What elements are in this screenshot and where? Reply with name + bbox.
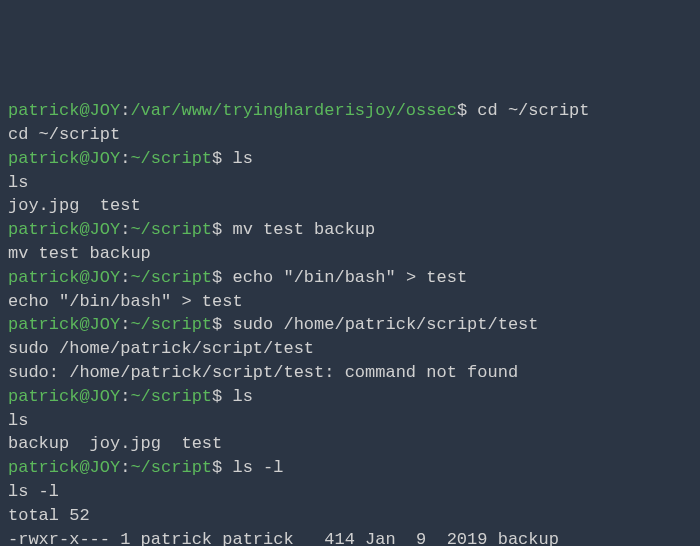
- terminal-line: total 52: [8, 504, 692, 528]
- prompt-separator: :: [120, 315, 130, 334]
- terminal-line: patrick@JOY:~/script$ echo "/bin/bash" >…: [8, 266, 692, 290]
- output-text: ls: [8, 173, 28, 192]
- prompt-separator: :: [120, 101, 130, 120]
- prompt-path: ~/script: [130, 458, 212, 477]
- prompt-path: /var/www/tryingharderisjoy/ossec: [130, 101, 456, 120]
- output-text: -rwxr-x--- 1 patrick patrick 414 Jan 9 2…: [8, 530, 559, 546]
- output-text: cd ~/script: [8, 125, 120, 144]
- output-text: joy.jpg test: [8, 196, 141, 215]
- output-text: ls: [8, 411, 28, 430]
- terminal-line: ls: [8, 409, 692, 433]
- terminal-line: ls -l: [8, 480, 692, 504]
- prompt-user-host: patrick@JOY: [8, 149, 120, 168]
- output-text: backup joy.jpg test: [8, 434, 222, 453]
- command-text: sudo /home/patrick/script/test: [232, 315, 538, 334]
- prompt-symbol: $: [212, 149, 232, 168]
- prompt-separator: :: [120, 387, 130, 406]
- prompt-symbol: $: [212, 268, 232, 287]
- output-text: sudo: /home/patrick/script/test: command…: [8, 363, 518, 382]
- terminal-line: mv test backup: [8, 242, 692, 266]
- terminal-line: patrick@JOY:~/script$ sudo /home/patrick…: [8, 313, 692, 337]
- output-text: echo "/bin/bash" > test: [8, 292, 243, 311]
- prompt-path: ~/script: [130, 149, 212, 168]
- terminal-line: patrick@JOY:/var/www/tryingharderisjoy/o…: [8, 99, 692, 123]
- prompt-user-host: patrick@JOY: [8, 268, 120, 287]
- terminal-line: backup joy.jpg test: [8, 432, 692, 456]
- prompt-symbol: $: [457, 101, 477, 120]
- output-text: sudo /home/patrick/script/test: [8, 339, 314, 358]
- terminal-line: echo "/bin/bash" > test: [8, 290, 692, 314]
- prompt-symbol: $: [212, 387, 232, 406]
- prompt-separator: :: [120, 149, 130, 168]
- terminal-line: patrick@JOY:~/script$ mv test backup: [8, 218, 692, 242]
- terminal-line: sudo: /home/patrick/script/test: command…: [8, 361, 692, 385]
- terminal-line: sudo /home/patrick/script/test: [8, 337, 692, 361]
- command-text: echo "/bin/bash" > test: [232, 268, 467, 287]
- terminal[interactable]: patrick@JOY:/var/www/tryingharderisjoy/o…: [8, 99, 692, 546]
- prompt-user-host: patrick@JOY: [8, 315, 120, 334]
- command-text: ls: [232, 387, 252, 406]
- output-text: mv test backup: [8, 244, 151, 263]
- command-text: cd ~/script: [477, 101, 589, 120]
- prompt-path: ~/script: [130, 315, 212, 334]
- command-text: mv test backup: [232, 220, 375, 239]
- prompt-user-host: patrick@JOY: [8, 101, 120, 120]
- terminal-line: patrick@JOY:~/script$ ls: [8, 385, 692, 409]
- terminal-line: joy.jpg test: [8, 194, 692, 218]
- prompt-user-host: patrick@JOY: [8, 387, 120, 406]
- command-text: ls: [232, 149, 252, 168]
- prompt-symbol: $: [212, 458, 232, 477]
- terminal-line: patrick@JOY:~/script$ ls: [8, 147, 692, 171]
- terminal-line: patrick@JOY:~/script$ ls -l: [8, 456, 692, 480]
- prompt-separator: :: [120, 220, 130, 239]
- prompt-path: ~/script: [130, 220, 212, 239]
- prompt-user-host: patrick@JOY: [8, 220, 120, 239]
- prompt-symbol: $: [212, 315, 232, 334]
- output-text: ls -l: [8, 482, 59, 501]
- command-text: ls -l: [232, 458, 283, 477]
- prompt-symbol: $: [212, 220, 232, 239]
- prompt-path: ~/script: [130, 268, 212, 287]
- prompt-separator: :: [120, 268, 130, 287]
- terminal-line: cd ~/script: [8, 123, 692, 147]
- terminal-line: ls: [8, 171, 692, 195]
- output-text: total 52: [8, 506, 90, 525]
- terminal-line: -rwxr-x--- 1 patrick patrick 414 Jan 9 2…: [8, 528, 692, 546]
- prompt-separator: :: [120, 458, 130, 477]
- prompt-user-host: patrick@JOY: [8, 458, 120, 477]
- prompt-path: ~/script: [130, 387, 212, 406]
